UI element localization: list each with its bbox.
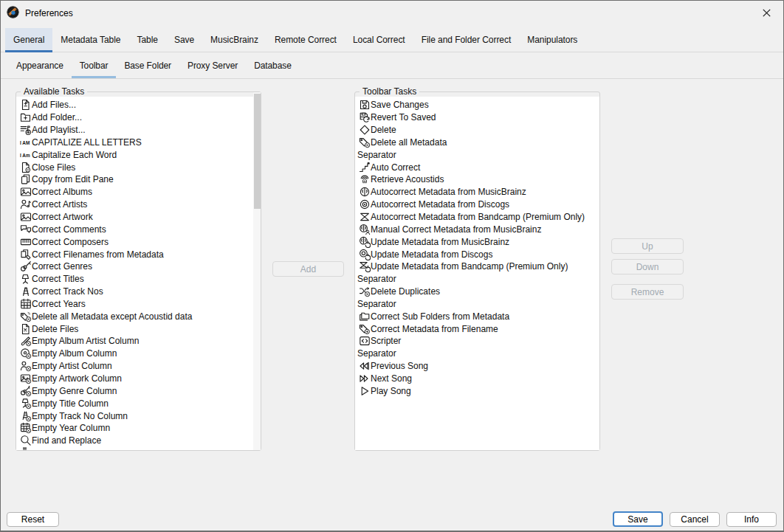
task-label: Revert To Saved	[371, 112, 436, 122]
task-label: Next Song	[371, 373, 412, 384]
task-label: Correct Track Nos	[32, 286, 103, 297]
available-task-copy-edit-pane[interactable]: Copy from Edit Pane	[16, 173, 261, 186]
available-task-disc-x[interactable]: Empty Album Column	[16, 348, 261, 360]
title-x-icon	[19, 398, 32, 410]
tab-proxy-server[interactable]: Proxy Server	[179, 52, 246, 78]
available-task-comments[interactable]: Correct Comments	[16, 223, 261, 235]
available-task-guitar-x[interactable]: Empty Genre Column	[16, 384, 261, 397]
available-task-calendar-x[interactable]: Empty Year Column	[16, 422, 261, 435]
toolbar-task-floppy[interactable]: Save Changes	[355, 99, 599, 111]
scrollbar-thumb[interactable]	[254, 94, 261, 209]
add-playlist-icon	[19, 124, 32, 136]
down-button[interactable]: Down	[611, 259, 684, 274]
toolbar-task-eraser[interactable]: Delete	[355, 124, 599, 137]
tab-save[interactable]: Save	[166, 28, 202, 52]
available-task-brush-x[interactable]: Empty Album Artist Column	[16, 335, 261, 348]
toolbar-task-floppy-revert[interactable]: Revert To Saved	[355, 111, 599, 124]
tab-remote-correct[interactable]: Remote Correct	[267, 28, 345, 52]
toolbar-task-next-song[interactable]: Next Song	[355, 373, 599, 385]
toolbar-task-mb-refresh[interactable]: Update Metadata from MusicBrainz	[355, 235, 599, 248]
available-task-tag-x-fp[interactable]: Delete all Metadata except Acoustid data	[16, 310, 261, 322]
tab-manipulators[interactable]: Manipulators	[519, 28, 585, 52]
toolbar-task-fingerprint[interactable]: Retrieve Acoustids	[355, 173, 599, 186]
tab-file-and-folder-correct[interactable]: File and Folder Correct	[413, 28, 520, 52]
available-task-piano[interactable]: Correct Composers	[16, 235, 261, 248]
toolbar-task-separator[interactable]: Separator	[355, 348, 599, 360]
tab-appearance[interactable]: Appearance	[8, 52, 72, 78]
available-task-file-x[interactable]: Delete Files	[16, 322, 261, 335]
available-task-artist[interactable]: Correct Artists	[16, 198, 261, 211]
task-label: Empty Genre Column	[32, 386, 117, 396]
toolbar-task-play-song[interactable]: Play Song	[355, 384, 599, 397]
toolbar-task-separator[interactable]: Separator	[355, 298, 599, 311]
available-task-add-folder[interactable]: Add Folder...	[16, 111, 261, 124]
toolbar-task-tag-file[interactable]: Correct Metadata from Filename	[355, 322, 599, 335]
save-button[interactable]: Save	[613, 511, 663, 527]
available-task-image-x[interactable]: Empty Artwork Column	[16, 373, 261, 385]
available-task-capitalize-all[interactable]: I AMCAPITALIZE ALL LETTERS	[16, 137, 261, 149]
toolbar-task-mb-person[interactable]: Manual Correct Metadata from MusicBrainz	[355, 223, 599, 235]
tag-x-fp-icon	[19, 311, 32, 322]
available-task-capitalize-word[interactable]: I AmCapitalize Each Word	[16, 148, 261, 161]
tab-base-folder[interactable]: Base Folder	[116, 52, 179, 78]
mb-person-icon	[358, 224, 371, 235]
tab-local-correct[interactable]: Local Correct	[345, 28, 413, 52]
tab-general[interactable]: General	[5, 28, 52, 52]
toolbar-task-shuffle-x[interactable]: Delete Duplicates	[355, 286, 599, 298]
available-task-guitar[interactable]: Correct Genres	[16, 260, 261, 273]
available-tasks-scrollbar[interactable]	[253, 92, 261, 450]
available-task-partial-next[interactable]	[16, 447, 261, 450]
cancel-button[interactable]: Cancel	[670, 512, 720, 527]
available-task-track[interactable]: Correct Track Nos	[16, 286, 261, 298]
available-task-add-files[interactable]: Add Files...	[16, 99, 261, 111]
available-task-track-x[interactable]: Empty Track No Column	[16, 410, 261, 422]
task-label: Find and Replace	[32, 435, 101, 446]
tab-metadata-table[interactable]: Metadata Table	[52, 28, 128, 52]
available-task-artist-x[interactable]: Empty Artist Column	[16, 360, 261, 373]
close-button[interactable]	[755, 2, 777, 23]
next-song-icon	[358, 373, 371, 384]
toolbar-task-separator[interactable]: Separator	[355, 273, 599, 286]
toolbar-task-musicbrainz[interactable]: Autocorrect Metadata from MusicBrainz	[355, 186, 599, 198]
tab-toolbar[interactable]: Toolbar	[72, 52, 117, 78]
tab-table[interactable]: Table	[128, 28, 165, 52]
capitalize-word-icon: I Am	[19, 149, 32, 161]
remove-button[interactable]: Remove	[611, 284, 684, 300]
close-icon	[763, 9, 771, 17]
task-label: Manual Correct Metadata from MusicBrainz	[371, 224, 541, 235]
toolbar-task-code[interactable]: Scripter	[355, 335, 599, 348]
add-button[interactable]: Add	[272, 261, 344, 277]
reset-button[interactable]: Reset	[7, 512, 59, 527]
toolbar-task-discogs-refresh[interactable]: Update Metadata from Discogs	[355, 248, 599, 260]
task-label: Delete all Metadata	[371, 137, 447, 148]
toolbar-task-bandcamp[interactable]: Autocorrect Metadata from Bandcamp (Prem…	[355, 211, 599, 224]
toolbar-task-prev-song[interactable]: Previous Song	[355, 360, 599, 373]
toolbar-tasks-list[interactable]: Save ChangesRevert To SavedDeleteDelete …	[355, 97, 599, 450]
available-task-title-stand[interactable]: Correct Titles	[16, 273, 261, 286]
available-task-close-files[interactable]: Close Files	[16, 161, 261, 173]
discogs-icon	[358, 198, 371, 210]
tab-database[interactable]: Database	[246, 52, 300, 78]
task-label: Correct Artists	[32, 199, 87, 210]
toolbar-task-bandcamp-refresh[interactable]: Update Metadata from Bandcamp (Premium O…	[355, 260, 599, 273]
info-button[interactable]: Info	[726, 512, 777, 527]
title-bar[interactable]: Preferences	[1, 1, 783, 27]
tab-musicbrainz[interactable]: MusicBrainz	[202, 28, 267, 52]
available-tasks-group: Available Tasks Add Files...Add Folder..…	[16, 91, 261, 451]
available-task-calendar[interactable]: Correct Years	[16, 298, 261, 311]
toolbar-task-stairs[interactable]: Auto Correct	[355, 161, 599, 173]
musicbrainz-icon	[358, 186, 371, 198]
available-task-image[interactable]: Correct Artwork	[16, 211, 261, 224]
toolbar-task-separator[interactable]: Separator	[355, 148, 599, 161]
available-task-search[interactable]: Find and Replace	[16, 435, 261, 447]
available-task-image[interactable]: Correct Albums	[16, 186, 261, 198]
available-task-title-x[interactable]: Empty Title Column	[16, 397, 261, 410]
up-button[interactable]: Up	[611, 238, 684, 254]
toolbar-tasks-group: Toolbar Tasks Save ChangesRevert To Save…	[354, 91, 600, 451]
available-task-add-playlist[interactable]: Add Playlist...	[16, 124, 261, 137]
toolbar-task-discogs[interactable]: Autocorrect Metadata from Discogs	[355, 198, 599, 211]
toolbar-task-folders[interactable]: Correct Sub Folders from Metadata	[355, 310, 599, 322]
toolbar-task-tag-x[interactable]: Delete all Metadata	[355, 137, 599, 149]
available-tasks-list[interactable]: Add Files...Add Folder...Add Playlist...…	[16, 97, 261, 450]
available-task-files-tag[interactable]: Correct Filenames from Metadata	[16, 248, 261, 260]
